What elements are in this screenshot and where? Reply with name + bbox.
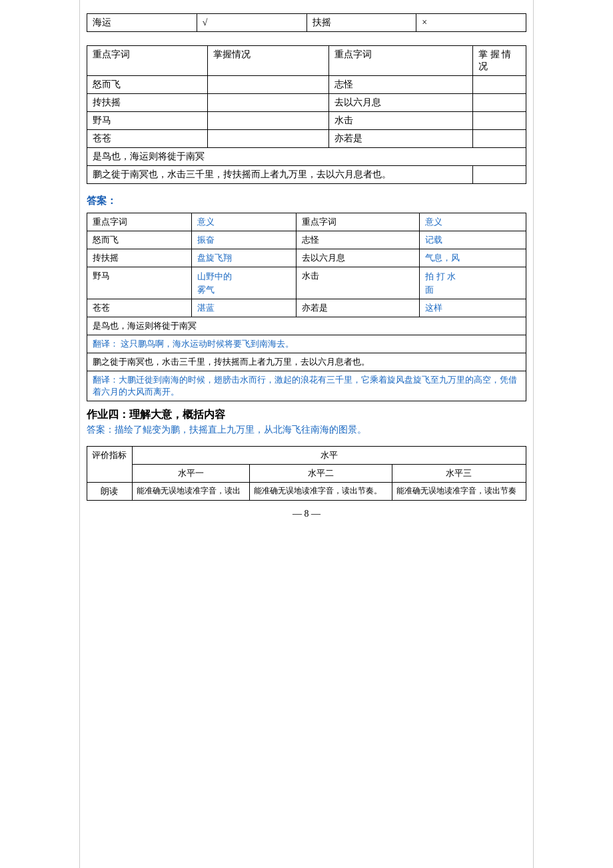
eval-indicator: 评价指标 (87, 446, 133, 482)
aw8: 亦若是 (296, 299, 419, 317)
table-row: 苍苍 湛蓝 亦若是 这样 (87, 299, 526, 317)
task-four-section: 作业四：理解大意，概括内容 (87, 408, 526, 422)
eval-level-header: 水平 (132, 446, 526, 464)
aw2: 志怪 (296, 231, 419, 249)
ah2: 意义 (191, 213, 296, 231)
word5: 野马 (87, 112, 208, 130)
table-row: 翻译： 这只鹏鸟啊，海水运动时候将要飞到南海去。 (87, 335, 526, 353)
aw1: 怒而飞 (87, 231, 192, 249)
table-row: 是鸟也，海运则将徙于南冥 (87, 148, 526, 166)
vocab-practice-table: 重点字词 掌握情况 重点字词 掌 握 情 况 怒而飞 志怪 抟扶摇 去以六月息 … (87, 45, 526, 184)
word4: 去以六月息 (328, 94, 472, 112)
table-row: 苍苍 亦若是 (87, 130, 526, 148)
table-row: 野马 水击 (87, 112, 526, 130)
aw7: 苍苍 (87, 299, 192, 317)
asentence2: 鹏之徙于南冥也，水击三千里，抟扶摇而上者九万里，去以六月息者也。 (87, 353, 526, 371)
level-3: 水平三 (392, 464, 526, 482)
status6 (473, 112, 526, 130)
task-answer-label: 答案： (87, 425, 115, 435)
am6: 拍 打 水面 (420, 267, 526, 299)
task-four-header: 作业四： (87, 409, 129, 420)
left-margin (0, 0, 80, 868)
ah1: 重点字词 (87, 213, 192, 231)
page: 海运 √ 扶摇 × 重点字词 掌握情况 重点字词 掌 握 情 况 怒而飞 志怪 … (0, 0, 613, 868)
answer-label: 答案： (87, 195, 526, 207)
atranslation2: 翻译：大鹏迁徙到南海的时候，翅膀击水而行，激起的浪花有三千里，它乘着旋风盘旋飞至… (87, 371, 526, 401)
eval-table: 评价指标 水平 水平一 水平二 水平三 朗读 能准确无误地读准字音，读出 能准确… (87, 446, 526, 501)
vh4: 掌 握 情 况 (473, 46, 526, 76)
main-content: 海运 √ 扶摇 × 重点字词 掌握情况 重点字词 掌 握 情 况 怒而飞 志怪 … (80, 0, 533, 868)
table-row: 鹏之徙于南冥也，水击三千里，抟扶摇而上者九万里，去以六月息者也。 (87, 353, 526, 371)
status2 (473, 76, 526, 94)
table-row: 野马 山野中的雾气 水击 拍 打 水面 (87, 267, 526, 299)
level-1: 水平一 (132, 464, 249, 482)
aw3: 抟扶摇 (87, 249, 192, 267)
am1: 振奋 (191, 231, 296, 249)
sentence1: 是鸟也，海运则将徙于南冥 (87, 148, 526, 166)
table-row: 怒而飞 志怪 (87, 76, 526, 94)
task-answer-text: 描绘了鲲变为鹏，扶摇直上九万里，从北海飞往南海的图景。 (115, 425, 366, 435)
table-row: 抟扶摇 去以六月息 (87, 94, 526, 112)
status9 (473, 166, 526, 184)
asentence1: 是鸟也，海运则将徙于南冥 (87, 317, 526, 335)
am3: 盘旋飞翔 (191, 249, 296, 267)
vh1: 重点字词 (87, 46, 208, 76)
status1 (208, 76, 328, 94)
eval-cell-1: 能准确无误地读准字音，读出 (132, 482, 249, 500)
table-row: 怒而飞 振奋 志怪 记载 (87, 231, 526, 249)
aw5: 野马 (87, 267, 192, 299)
atranslation1: 翻译： 这只鹏鸟啊，海水运动时候将要飞到南海去。 (87, 335, 526, 353)
table-row: 抟扶摇 盘旋飞翔 去以六月息 气息，风 (87, 249, 526, 267)
top-cell-3: 扶摇 (306, 14, 416, 32)
aw6: 水击 (296, 267, 419, 299)
top-table: 海运 √ 扶摇 × (87, 13, 526, 32)
am8: 这样 (420, 299, 526, 317)
am7: 湛蓝 (191, 299, 296, 317)
top-cell-2: √ (197, 14, 306, 32)
right-margin (533, 0, 613, 868)
am4: 气息，风 (420, 249, 526, 267)
ah3: 重点字词 (296, 213, 419, 231)
table-row: 是鸟也，海运则将徙于南冥 (87, 317, 526, 335)
ah4: 意义 (420, 213, 526, 231)
top-cell-4: × (416, 14, 526, 32)
eval-cell-3: 能准确无误地读准字音，读出节奏 (392, 482, 526, 500)
status5 (208, 112, 328, 130)
task-four-answer: 答案：描绘了鲲变为鹏，扶摇直上九万里，从北海飞往南海的图景。 (87, 422, 526, 438)
sentence2: 鹏之徙于南冥也，水击三千里，抟扶摇而上者九万里，去以六月息者也。 (87, 166, 473, 184)
eval-cell-2: 能准确无误地读准字音，读出节奏。 (249, 482, 392, 500)
top-cell-1: 海运 (87, 14, 197, 32)
word7: 苍苍 (87, 130, 208, 148)
task-four-desc: 理解大意，概括内容 (129, 409, 225, 420)
table-row: 翻译：大鹏迁徙到南海的时候，翅膀击水而行，激起的浪花有三千里，它乘着旋风盘旋飞至… (87, 371, 526, 401)
status7 (208, 130, 328, 148)
am5: 山野中的雾气 (191, 267, 296, 299)
table-row: 朗读 能准确无误地读准字音，读出 能准确无误地读准字音，读出节奏。 能准确无误地… (87, 482, 526, 500)
vh3: 重点字词 (328, 46, 472, 76)
level-2: 水平二 (249, 464, 392, 482)
eval-row-label: 朗读 (87, 482, 133, 500)
vh2: 掌握情况 (208, 46, 328, 76)
table-row: 鹏之徙于南冥也，水击三千里，抟扶摇而上者九万里，去以六月息者也。 (87, 166, 526, 184)
word3: 抟扶摇 (87, 94, 208, 112)
status4 (473, 94, 526, 112)
status3 (208, 94, 328, 112)
word2: 志怪 (328, 76, 472, 94)
page-number: — 8 — (87, 509, 526, 519)
word8: 亦若是 (328, 130, 472, 148)
aw4: 去以六月息 (296, 249, 419, 267)
word1: 怒而飞 (87, 76, 208, 94)
word6: 水击 (328, 112, 472, 130)
status8 (473, 130, 526, 148)
am2: 记载 (420, 231, 526, 249)
answer-vocab-table: 重点字词 意义 重点字词 意义 怒而飞 振奋 志怪 记载 抟扶摇 盘旋飞翔 去以… (87, 213, 526, 401)
